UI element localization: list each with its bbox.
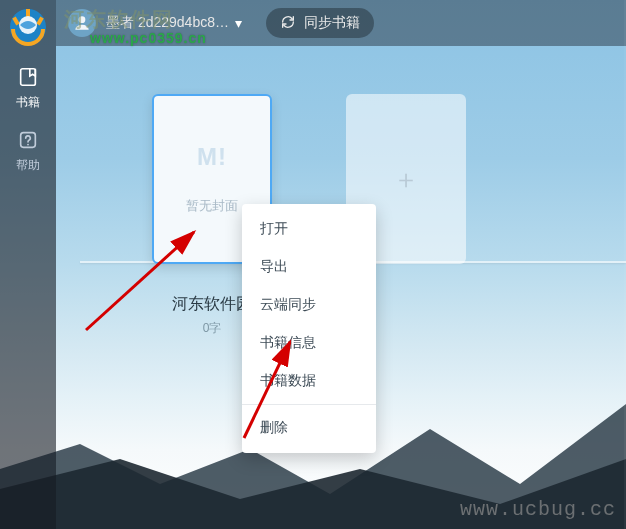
help-icon xyxy=(17,129,39,151)
sidebar-item-label: 帮助 xyxy=(16,157,40,174)
plus-icon: ＋ xyxy=(393,162,419,197)
app-logo xyxy=(7,6,49,48)
avatar[interactable] xyxy=(68,9,96,37)
svg-point-7 xyxy=(27,144,29,146)
menu-book-data[interactable]: 书籍数据 xyxy=(242,362,376,400)
username-text: 墨者 2d229d4bc8… xyxy=(106,14,229,32)
sidebar: 书籍 帮助 xyxy=(0,0,56,529)
content-area: M! 暂无封面 ＋ 河东软件园 0字 打开 导出 云端同步 书籍信息 书籍数据 … xyxy=(56,46,626,529)
menu-divider xyxy=(242,404,376,405)
svg-point-8 xyxy=(79,16,86,23)
app-root: 书籍 帮助 墨者 2d229d4bc8… ▾ 同步书籍 xyxy=(0,0,626,529)
book-cover-logo: M! xyxy=(197,143,227,171)
topbar: 墨者 2d229d4bc8… ▾ 同步书籍 xyxy=(56,0,626,46)
svg-rect-5 xyxy=(21,69,36,86)
book-context-menu: 打开 导出 云端同步 书籍信息 书籍数据 删除 xyxy=(242,204,376,453)
sidebar-item-help[interactable]: 帮助 xyxy=(0,129,56,174)
sidebar-item-label: 书籍 xyxy=(16,94,40,111)
sidebar-item-books[interactable]: 书籍 xyxy=(0,66,56,111)
sync-books-button[interactable]: 同步书籍 xyxy=(266,8,374,38)
book-icon xyxy=(17,66,39,88)
sync-label: 同步书籍 xyxy=(304,14,360,32)
menu-book-info[interactable]: 书籍信息 xyxy=(242,324,376,362)
user-icon xyxy=(72,13,92,33)
chevron-down-icon: ▾ xyxy=(235,15,242,31)
menu-delete[interactable]: 删除 xyxy=(242,409,376,447)
menu-cloud-sync[interactable]: 云端同步 xyxy=(242,286,376,324)
book-no-cover-label: 暂无封面 xyxy=(186,197,238,215)
menu-export[interactable]: 导出 xyxy=(242,248,376,286)
refresh-icon xyxy=(280,14,296,33)
username-dropdown[interactable]: 墨者 2d229d4bc8… ▾ xyxy=(106,14,242,32)
menu-open[interactable]: 打开 xyxy=(242,210,376,248)
